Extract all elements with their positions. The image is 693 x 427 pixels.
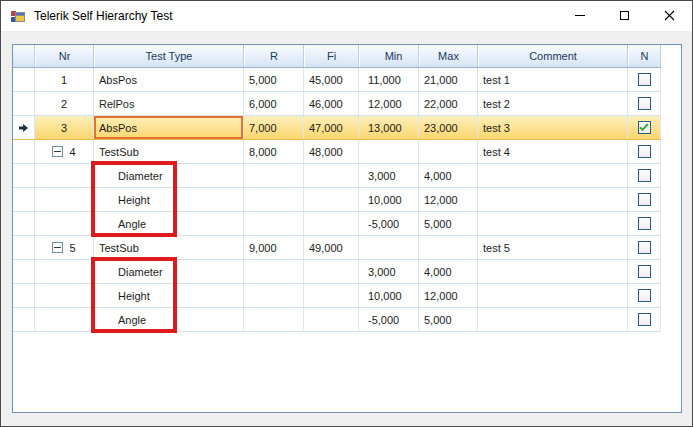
cell-min[interactable]: 13,000 (359, 116, 419, 139)
cell-n[interactable] (628, 284, 661, 307)
cell-max[interactable] (419, 236, 478, 259)
cell-r[interactable]: 7,000 (244, 116, 304, 139)
cell-test_type[interactable]: Angle (94, 308, 244, 331)
cell-min[interactable]: 10,000 (359, 188, 419, 211)
cell-indicator[interactable] (13, 92, 35, 115)
cell-r[interactable] (244, 260, 304, 283)
minimize-button[interactable] (557, 1, 602, 30)
cell-r[interactable] (244, 284, 304, 307)
cell-indicator[interactable] (13, 308, 35, 331)
cell-comment[interactable]: test 2 (478, 92, 628, 115)
cell-fi[interactable]: 49,000 (304, 236, 359, 259)
row-checkbox[interactable] (638, 217, 651, 230)
cell-test_type[interactable]: Height (94, 284, 244, 307)
column-header-r[interactable]: R (244, 45, 304, 67)
table-subrow[interactable]: Height10,00012,000 (13, 284, 661, 308)
cell-n[interactable] (628, 164, 661, 187)
cell-test_type[interactable]: Angle (94, 212, 244, 235)
cell-comment[interactable] (478, 284, 628, 307)
cell-max[interactable]: 12,000 (419, 284, 478, 307)
cell-r[interactable] (244, 188, 304, 211)
cell-min[interactable]: 12,000 (359, 92, 419, 115)
row-checkbox[interactable] (638, 145, 651, 158)
cell-fi[interactable]: 45,000 (304, 68, 359, 91)
cell-comment[interactable]: test 1 (478, 68, 628, 91)
cell-indicator[interactable] (13, 164, 35, 187)
cell-indicator[interactable] (13, 116, 35, 139)
cell-n[interactable] (628, 236, 661, 259)
cell-nr[interactable] (35, 164, 94, 187)
cell-nr[interactable] (35, 188, 94, 211)
cell-nr[interactable]: 5 (35, 236, 94, 259)
cell-test_type[interactable]: Diameter (94, 164, 244, 187)
column-header-indicator[interactable] (13, 45, 35, 67)
cell-comment[interactable]: test 4 (478, 140, 628, 163)
row-checkbox[interactable] (638, 97, 651, 110)
table-row[interactable]: 5TestSub9,00049,000test 5 (13, 236, 661, 260)
cell-test_type[interactable]: TestSub (94, 140, 244, 163)
column-header-n[interactable]: N (628, 45, 661, 67)
table-subrow[interactable]: Angle-5,0005,000 (13, 212, 661, 236)
cell-fi[interactable]: 48,000 (304, 140, 359, 163)
cell-n[interactable] (628, 68, 661, 91)
cell-fi[interactable] (304, 212, 359, 235)
row-checkbox[interactable] (638, 73, 651, 86)
cell-indicator[interactable] (13, 68, 35, 91)
cell-n[interactable] (628, 140, 661, 163)
cell-nr[interactable]: 1 (35, 68, 94, 91)
cell-n[interactable] (628, 188, 661, 211)
cell-max[interactable]: 23,000 (419, 116, 478, 139)
cell-nr[interactable] (35, 284, 94, 307)
cell-comment[interactable] (478, 164, 628, 187)
cell-nr[interactable] (35, 260, 94, 283)
cell-max[interactable]: 5,000 (419, 212, 478, 235)
cell-comment[interactable] (478, 260, 628, 283)
cell-fi[interactable] (304, 308, 359, 331)
cell-indicator[interactable] (13, 188, 35, 211)
cell-indicator[interactable] (13, 260, 35, 283)
maximize-button[interactable] (602, 1, 647, 30)
close-button[interactable] (647, 1, 692, 30)
cell-min[interactable]: 10,000 (359, 284, 419, 307)
cell-max[interactable]: 4,000 (419, 164, 478, 187)
cell-fi[interactable]: 46,000 (304, 92, 359, 115)
cell-r[interactable]: 5,000 (244, 68, 304, 91)
cell-test_type[interactable]: AbsPos (94, 116, 244, 139)
table-subrow[interactable]: Diameter3,0004,000 (13, 260, 661, 284)
cell-max[interactable]: 4,000 (419, 260, 478, 283)
cell-r[interactable]: 9,000 (244, 236, 304, 259)
cell-comment[interactable] (478, 212, 628, 235)
cell-n[interactable] (628, 212, 661, 235)
cell-min[interactable] (359, 140, 419, 163)
table-row[interactable]: 4TestSub8,00048,000test 4 (13, 140, 661, 164)
cell-r[interactable] (244, 308, 304, 331)
collapse-icon[interactable] (52, 146, 63, 157)
cell-n[interactable] (628, 116, 661, 139)
row-checkbox[interactable] (638, 169, 651, 182)
table-row[interactable]: 1AbsPos5,00045,00011,00021,000test 1 (13, 68, 661, 92)
cell-indicator[interactable] (13, 140, 35, 163)
cell-nr[interactable]: 2 (35, 92, 94, 115)
cell-indicator[interactable] (13, 236, 35, 259)
cell-n[interactable] (628, 92, 661, 115)
cell-max[interactable]: 5,000 (419, 308, 478, 331)
cell-fi[interactable] (304, 284, 359, 307)
column-header-comment[interactable]: Comment (478, 45, 628, 67)
cell-max[interactable]: 22,000 (419, 92, 478, 115)
row-checkbox[interactable] (638, 193, 651, 206)
cell-comment[interactable] (478, 188, 628, 211)
cell-fi[interactable]: 47,000 (304, 116, 359, 139)
cell-min[interactable]: 11,000 (359, 68, 419, 91)
cell-min[interactable]: -5,000 (359, 212, 419, 235)
cell-max[interactable]: 21,000 (419, 68, 478, 91)
cell-fi[interactable] (304, 260, 359, 283)
table-subrow[interactable]: Angle-5,0005,000 (13, 308, 661, 332)
cell-test_type[interactable]: RelPos (94, 92, 244, 115)
column-header-min[interactable]: Min (359, 45, 419, 67)
cell-r[interactable]: 6,000 (244, 92, 304, 115)
column-header-fi[interactable]: Fi (304, 45, 359, 67)
cell-fi[interactable] (304, 164, 359, 187)
cell-indicator[interactable] (13, 284, 35, 307)
collapse-icon[interactable] (52, 242, 63, 253)
cell-test_type[interactable]: TestSub (94, 236, 244, 259)
